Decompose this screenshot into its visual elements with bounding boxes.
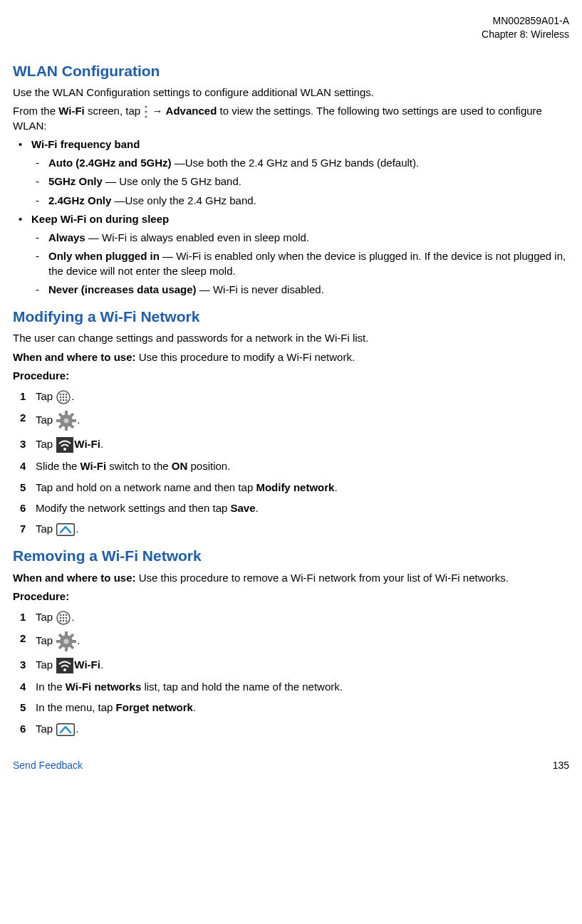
step-4: Slide the Wi-Fi switch to the ON positio…	[20, 459, 569, 473]
step-1: Tap .	[20, 610, 569, 625]
step-3: Tap Wi-Fi.	[20, 437, 569, 453]
opt-5ghz: 5GHz Only — Use only the 5 GHz band.	[36, 174, 569, 189]
sleep-options: Always — Wi-Fi is always enabled even in…	[36, 231, 569, 297]
remove-steps: Tap . Tap . Tap Wi-Fi. In the Wi-Fi netw…	[20, 610, 569, 736]
modify-steps: Tap . Tap . Tap Wi-Fi. Slide the Wi-Fi s…	[20, 389, 569, 536]
wifi-icon	[56, 437, 73, 453]
overflow-menu-icon	[144, 105, 148, 118]
opt-24ghz: 2.4GHz Only —Use only the 2.4 GHz band.	[36, 194, 569, 208]
wifi-icon	[56, 658, 73, 673]
step-7: Tap .	[20, 522, 569, 536]
opt-never: Never (increases data usage) — Wi-Fi is …	[36, 283, 569, 297]
wlan-from-line: From the Wi-Fi screen, tap → Advanced to…	[13, 104, 569, 133]
apps-icon	[56, 611, 71, 625]
doc-id: MN002859A01-A	[13, 14, 569, 28]
home-icon	[56, 523, 75, 536]
remove-when: When and where to use: Use this procedur…	[13, 571, 569, 585]
step-1: Tap .	[20, 389, 569, 404]
wlan-settings-list: Wi-Fi frequency band Auto (2.4GHz and 5G…	[19, 137, 569, 297]
step-6: Modify the network settings and then tap…	[20, 501, 569, 515]
page-number: 135	[553, 759, 569, 772]
modify-when: When and where to use: Use this procedur…	[13, 350, 569, 364]
opt-always: Always — Wi-Fi is always enabled even in…	[36, 231, 569, 245]
apps-icon	[56, 390, 71, 404]
setting-keep-wifi-sleep: Keep Wi-Fi on during sleep Always — Wi-F…	[19, 212, 569, 297]
chapter-label: Chapter 8: Wireless	[13, 28, 569, 41]
step-6: Tap .	[20, 722, 569, 736]
procedure-label: Procedure:	[13, 369, 569, 383]
step-5: Tap and hold on a network name and then …	[20, 481, 569, 495]
modify-intro: The user can change settings and passwor…	[13, 331, 569, 345]
send-feedback-link[interactable]: Send Feedback	[13, 759, 83, 772]
step-3: Tap Wi-Fi.	[20, 658, 569, 673]
gear-icon	[56, 411, 76, 431]
page-header: MN002859A01-A Chapter 8: Wireless	[13, 14, 569, 41]
opt-auto: Auto (2.4GHz and 5GHz) —Use both the 2.4…	[36, 156, 569, 170]
step-5: In the menu, tap Forget network.	[20, 700, 569, 715]
procedure-label-2: Procedure:	[13, 589, 569, 604]
step-2: Tap .	[20, 631, 569, 651]
page-footer: Send Feedback 135	[13, 759, 569, 772]
gear-icon	[56, 631, 76, 651]
step-4: In the Wi-Fi networks list, tap and hold…	[20, 680, 569, 694]
wlan-intro: Use the WLAN Configuration settings to c…	[13, 85, 569, 100]
freq-band-options: Auto (2.4GHz and 5GHz) —Use both the 2.4…	[36, 156, 569, 208]
home-icon	[56, 723, 75, 736]
section-title-remove-wifi: Removing a Wi-Fi Network	[13, 546, 569, 566]
setting-freq-band: Wi-Fi frequency band Auto (2.4GHz and 5G…	[19, 137, 569, 208]
step-2: Tap .	[20, 411, 569, 431]
section-title-modify-wifi: Modifying a Wi-Fi Network	[13, 307, 569, 327]
section-title-wlan-config: WLAN Configuration	[13, 61, 569, 81]
opt-plugged: Only when plugged in — Wi-Fi is enabled …	[36, 249, 569, 278]
